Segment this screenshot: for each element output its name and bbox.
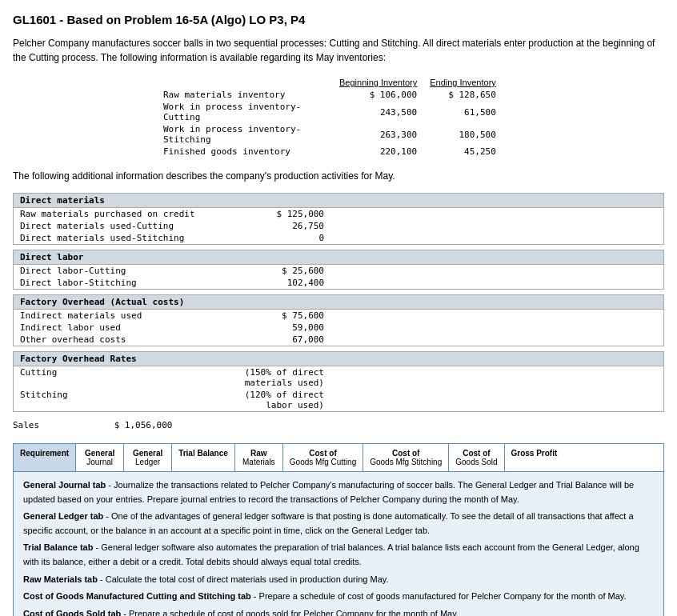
section-row-value: $ 25,600 bbox=[244, 266, 324, 276]
tab-general-ledger[interactable]: GeneralLedger bbox=[124, 444, 172, 471]
info-panel-item: General Journal tab - Journalize the tra… bbox=[23, 478, 654, 506]
tabs-container: RequirementGeneralJournalGeneralLedgerTr… bbox=[13, 443, 664, 472]
activity-section: Factory Overhead (Actual costs) Indirect… bbox=[13, 294, 664, 346]
inventory-row: Finished goods inventory 220,100 45,250 bbox=[157, 146, 503, 158]
section-row-label: Indirect materials used bbox=[20, 310, 244, 321]
inventory-row-label: Finished goods inventory bbox=[157, 146, 333, 158]
inventory-beginning: 243,500 bbox=[333, 101, 423, 123]
tab-requirement[interactable]: Requirement bbox=[14, 444, 76, 471]
section-row: Direct materials used-Stitching 0 bbox=[14, 232, 663, 244]
tab-label-top: Trial Balance bbox=[178, 449, 228, 458]
section-row: Direct labor-Stitching 102,400 bbox=[14, 277, 663, 289]
section-row: Direct labor-Cutting $ 25,600 bbox=[14, 265, 663, 277]
tab-cost-goods-sold[interactable]: Cost ofGoods Sold bbox=[449, 444, 504, 471]
section-row: Indirect labor used 59,000 bbox=[14, 322, 663, 334]
tab-label-top: General bbox=[130, 449, 165, 458]
inventory-table: Beginning Inventory Ending Inventory Raw… bbox=[157, 76, 664, 158]
tab-label-bottom: Goods Mfg Stitching bbox=[370, 458, 442, 466]
section-row-label: Direct labor-Cutting bbox=[20, 266, 244, 276]
inventory-beginning: $ 106,000 bbox=[333, 89, 423, 101]
tab-cost-mfg-cutting[interactable]: Cost ofGoods Mfg Cutting bbox=[283, 444, 363, 471]
activity-section: Direct labor Direct labor-Cutting $ 25,6… bbox=[13, 250, 664, 290]
section-row-value: 26,750 bbox=[244, 221, 324, 231]
info-panel: General Journal tab - Journalize the tra… bbox=[13, 472, 664, 616]
inventory-row-label: Raw materials inventory bbox=[157, 89, 333, 101]
section-row-value: $ 75,600 bbox=[244, 310, 324, 321]
tab-raw-materials[interactable]: RawMaterials bbox=[235, 444, 283, 471]
section-row-label: Cutting bbox=[20, 367, 244, 388]
sales-label: Sales bbox=[13, 420, 109, 430]
section-row-label: Direct materials used-Cutting bbox=[20, 221, 244, 231]
section-row: Direct materials used-Cutting 26,750 bbox=[14, 220, 663, 232]
activity-section: Direct materials Raw materials purchased… bbox=[13, 193, 664, 245]
sales-value: $ 1,056,000 bbox=[114, 420, 173, 430]
info-text: - Calculate the total cost of direct mat… bbox=[98, 574, 389, 584]
info-panel-item: Raw Materials tab - Calculate the total … bbox=[23, 573, 654, 587]
inventory-ending: 180,500 bbox=[423, 123, 503, 146]
tab-label-bottom: Ledger bbox=[130, 458, 165, 466]
info-panel-item: Trial Balance tab - General ledger softw… bbox=[23, 541, 654, 569]
inventory-beginning: 263,300 bbox=[333, 123, 423, 146]
tab-gross-profit[interactable]: Gross Profit bbox=[505, 444, 564, 471]
section-header: Factory Overhead (Actual costs) bbox=[14, 295, 663, 310]
tab-cost-mfg-stitching[interactable]: Cost ofGoods Mfg Stitching bbox=[363, 444, 449, 471]
info-text: - Prepare a schedule of cost of goods so… bbox=[121, 609, 459, 616]
ending-inventory-header: Ending Inventory bbox=[423, 76, 503, 89]
section-row-value: 102,400 bbox=[244, 278, 324, 288]
tab-label-top: Cost of bbox=[455, 449, 497, 458]
info-panel-item: Cost of Goods Manufactured Cutting and S… bbox=[23, 590, 654, 604]
inventory-ending: 45,250 bbox=[423, 146, 503, 158]
tab-label-bottom: Goods Mfg Cutting bbox=[290, 458, 356, 466]
section-row-value: 59,000 bbox=[244, 322, 324, 333]
section-row-value: 0 bbox=[244, 233, 324, 243]
section-header: Factory Overhead Rates bbox=[14, 352, 663, 366]
activities-sections: Direct materials Raw materials purchased… bbox=[13, 193, 664, 417]
section-row-value: $ 125,000 bbox=[244, 209, 324, 219]
inventory-row-label: Work in process inventory-Stitching bbox=[157, 123, 333, 146]
section-row-label: Direct labor-Stitching bbox=[20, 278, 244, 288]
section-row-value: 67,000 bbox=[244, 334, 324, 345]
section-header: Direct labor bbox=[14, 250, 663, 265]
info-label: Cost of Goods Sold tab bbox=[23, 609, 121, 616]
inventory-ending: 61,500 bbox=[423, 101, 503, 123]
section-row-label: Direct materials used-Stitching bbox=[20, 233, 244, 243]
tab-label-bottom: Goods Sold bbox=[455, 458, 497, 466]
additional-info-text: The following additional information des… bbox=[13, 169, 664, 183]
info-panel-item: General Ledger tab - One of the advantag… bbox=[23, 510, 654, 538]
section-row-value: (150% of direct materials used) bbox=[244, 367, 324, 388]
inventory-beginning: 220,100 bbox=[333, 146, 423, 158]
info-text: - Journalize the transactions related to… bbox=[23, 480, 634, 504]
section-row-label: Raw materials purchased on credit bbox=[20, 209, 244, 219]
sales-row: Sales $ 1,056,000 bbox=[13, 417, 664, 434]
section-row: Raw materials purchased on credit $ 125,… bbox=[14, 208, 663, 220]
section-row-value: (120% of direct labor used) bbox=[244, 390, 324, 410]
info-label: Trial Balance tab bbox=[23, 542, 93, 552]
tab-label-bottom: Materials bbox=[242, 458, 276, 466]
info-label: General Journal tab bbox=[23, 480, 106, 490]
inventory-row-label: Work in process inventory-Cutting bbox=[157, 101, 333, 123]
info-label: Raw Materials tab bbox=[23, 574, 98, 584]
tab-label-bottom: Journal bbox=[82, 458, 117, 466]
beginning-inventory-header: Beginning Inventory bbox=[333, 76, 423, 89]
tab-label-top: Cost of bbox=[370, 449, 442, 458]
tab-label-top: Raw bbox=[242, 449, 276, 458]
inventory-row: Work in process inventory-Cutting 243,50… bbox=[157, 101, 503, 123]
section-row: Cutting (150% of direct materials used) bbox=[14, 366, 663, 389]
tab-trial-balance[interactable]: Trial Balance bbox=[172, 444, 235, 471]
section-row: Indirect materials used $ 75,600 bbox=[14, 310, 663, 322]
tab-label-top: Gross Profit bbox=[511, 449, 558, 458]
section-row-label: Indirect labor used bbox=[20, 322, 244, 333]
intro-text: Pelcher Company manufactures soccer ball… bbox=[13, 36, 664, 65]
info-text: - Prepare a schedule of cost of goods ma… bbox=[251, 591, 627, 601]
info-label: Cost of Goods Manufactured Cutting and S… bbox=[23, 591, 251, 601]
inventory-row: Raw materials inventory $ 106,000 $ 128,… bbox=[157, 89, 503, 101]
activity-section: Factory Overhead Rates Cutting (150% of … bbox=[13, 351, 664, 412]
info-panel-item: Cost of Goods Sold tab - Prepare a sched… bbox=[23, 607, 654, 616]
inventory-row: Work in process inventory-Stitching 263,… bbox=[157, 123, 503, 146]
tab-label-top: Requirement bbox=[20, 449, 69, 458]
section-row-label: Other overhead costs bbox=[20, 334, 244, 345]
info-text: - General ledger software also automates… bbox=[23, 542, 639, 566]
section-header: Direct materials bbox=[14, 194, 663, 208]
tab-general-journal[interactable]: GeneralJournal bbox=[76, 444, 124, 471]
section-row: Stitching (120% of direct labor used) bbox=[14, 389, 663, 411]
